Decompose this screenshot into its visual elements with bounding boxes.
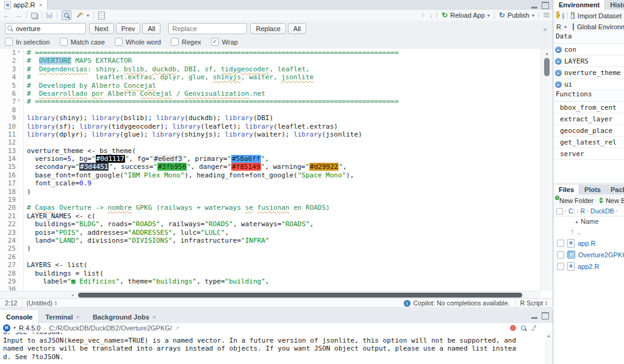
clear-console-icon[interactable] [531,325,537,331]
open-directory-icon[interactable]: ↗ [175,325,180,331]
name-column-label[interactable]: Name [581,218,598,225]
import-dataset-label[interactable]: Import Dataset [578,12,622,20]
new-folder-label[interactable]: New Folder [559,197,594,204]
vertical-scroll-thumb[interactable] [544,58,550,76]
line-number[interactable]: 8 [0,106,23,114]
code-line[interactable] [27,285,540,291]
up-directory-icon[interactable]: ↑ [570,227,574,236]
minimize-icon[interactable] [531,2,537,9]
find-option-wrap[interactable]: ✓Wrap [211,38,238,46]
new-blank-file-label[interactable]: New Blank File [606,197,624,204]
tab-history[interactable]: History [605,0,624,10]
code-line[interactable]: # Desarrollado por Alberto Concejal / Ge… [27,90,540,98]
line-number[interactable]: 25 [0,244,23,252]
back-icon[interactable]: ← [3,12,10,19]
select-all-checkbox[interactable] [556,208,563,215]
line-number[interactable]: 4 [0,73,23,81]
line-number[interactable]: 20 [0,204,23,212]
code-line[interactable] [27,253,540,261]
line-number[interactable]: 12 [0,138,23,146]
minimize-icon[interactable] [531,312,537,319]
save-icon[interactable] [46,12,52,18]
compile-report-icon[interactable] [98,12,105,20]
expand-object-icon[interactable]: ▶ [555,46,562,53]
horizontal-scroll-thumb[interactable] [78,293,522,298]
code-line[interactable]: land="LAND", divisions="DIVISIONS", infr… [27,237,540,244]
environment-item-ui[interactable]: ▶ui [554,79,624,90]
code-line[interactable]: version=5, bg="#0d1117", fg="#e6edf3", p… [27,155,540,163]
line-number[interactable]: 23 [0,229,23,237]
tab-plots[interactable]: Plots [579,185,606,194]
code-line[interactable]: secondary="#3d4451", success="#3fb950", … [27,163,540,171]
line-number[interactable]: 26 [0,253,23,261]
save-workspace-icon[interactable] [562,13,565,19]
fold-icon[interactable]: ▾ [16,98,22,105]
search-input[interactable] [5,23,86,34]
code-line[interactable]: # leaflet.extras, dplyr, glue, shinyjs, … [27,73,540,81]
code-editor[interactable]: 1▾234567▾8910111213141516171819202122232… [0,49,540,291]
find-option-in-selection[interactable]: In selection [5,38,50,46]
expand-object-icon[interactable]: ▶ [555,70,562,76]
file-row[interactable]: Rapp2.R [554,260,624,272]
environment-item-server[interactable]: server [554,148,624,160]
code-line[interactable]: # ======================================… [27,49,540,57]
tab-background-jobs[interactable]: Background Jobs× [87,310,163,323]
file-checkbox[interactable] [557,240,564,247]
document-selector[interactable]: (Untitled) ▲▼ [22,299,61,307]
find-prev-button[interactable]: Prev [116,23,141,34]
line-number[interactable]: 22 [0,220,23,228]
file-name[interactable]: .. [577,228,581,235]
scroll-left-icon[interactable]: ◂ [71,293,74,298]
code-line[interactable]: base_font=font_google("IBM Plex Mono"), … [27,171,540,179]
line-number[interactable]: 6 [0,90,23,98]
forward-icon[interactable]: → [15,12,22,19]
close-tab-icon[interactable]: × [38,1,42,9]
file-checkbox[interactable] [557,251,564,259]
tab-console[interactable]: Console [0,310,39,323]
chevron-down-icon[interactable]: ▾ [487,13,490,18]
line-number[interactable]: 29 [0,277,23,285]
checkbox-unchecked-icon[interactable] [115,38,123,46]
document-outline-icon[interactable] [543,13,550,18]
r-logo-icon[interactable]: R [3,324,10,332]
chevron-down-icon[interactable]: ▾ [564,24,567,30]
code-line[interactable]: pois="POIS", addresses="ADDRESSES", lulc… [27,229,540,237]
code-line[interactable]: ) [27,244,540,252]
environment-item-con[interactable]: ▶con [554,44,624,55]
tab-app2r[interactable]: R app2.R × [0,0,48,10]
code-line[interactable]: ) [27,188,540,196]
language-selector[interactable]: R [556,23,561,30]
code-line[interactable]: library(dplyr); library(glue); library(s… [27,130,540,138]
scroll-up-icon[interactable]: ▲ [545,334,553,338]
maximize-icon[interactable] [542,312,549,319]
code-line[interactable]: library(shiny); library(bslib); library(… [27,114,540,122]
find-replace-icon[interactable] [62,10,71,20]
code-tools-caret-icon[interactable]: ▾ [87,13,89,18]
publish-button[interactable]: ↻ Publish ▾ [499,12,534,19]
line-number[interactable]: 21 [0,212,23,220]
checkbox-checked-icon[interactable]: ✓ [211,38,219,46]
new-blank-file-icon[interactable]: + [600,198,603,203]
code-lines[interactable]: # ======================================… [27,49,540,291]
tab-files[interactable]: Files [554,185,579,194]
file-name[interactable]: app2.R [578,263,599,270]
replace-button[interactable]: Replace [250,23,285,34]
line-number[interactable]: 30 [0,285,23,291]
code-line[interactable]: # Developed by Alberto Concejal [27,82,540,90]
line-number[interactable]: 15 [0,163,23,171]
find-option-whole-word[interactable]: Whole word [115,38,161,46]
code-line[interactable] [27,106,540,114]
line-number[interactable]: 28 [0,269,23,277]
file-row[interactable]: ↑.. [554,226,624,237]
code-line[interactable]: LAYERS <- list( [27,261,540,269]
breadcrumb-link[interactable]: C: [568,207,575,215]
chevron-down-icon[interactable]: ▾ [532,13,534,18]
replace-input[interactable] [168,23,247,34]
line-number[interactable]: 10 [0,123,23,130]
line-number[interactable]: 24 [0,237,23,244]
file-row[interactable]: ROverture2GPKG [554,249,624,260]
find-all-button[interactable]: All [142,23,160,34]
file-name[interactable]: app.R [578,240,595,247]
file-type-selector[interactable]: R Script ▲▼ [515,299,553,307]
code-line[interactable]: library(sf); library(tidygeocoder); libr… [27,123,540,130]
